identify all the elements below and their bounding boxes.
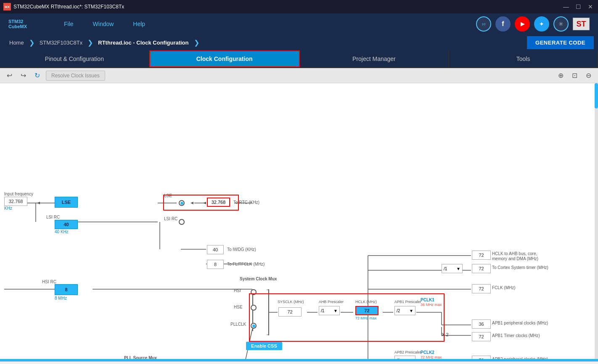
app-logo-full: STM32CubeMX — [8, 19, 27, 29]
redo-button[interactable]: ↪ — [18, 70, 29, 81]
tab-tools[interactable]: Tools — [449, 50, 598, 67]
hsi-rc-value: 8 — [55, 284, 78, 295]
cortex-timer-value: 72 — [472, 264, 491, 273]
breadcrumb-arrow-2: ❯ — [87, 39, 93, 47]
hse-mux-radio[interactable] — [251, 305, 257, 311]
to-flitfclk-value: 8 — [207, 260, 224, 269]
lse-input-value[interactable]: 32.768 — [4, 197, 27, 206]
fit-screen-button[interactable]: ⊡ — [569, 70, 580, 81]
apb1-prescaler-label: APB1 Prescaler — [394, 300, 421, 304]
apb1-timer-label: APB1 Timer clocks (MHz) — [492, 333, 540, 338]
system-clock-mux-label: System Clock Mux — [240, 277, 277, 281]
tab-bar: Pinout & Configuration Clock Configurati… — [0, 50, 598, 68]
apb1-timer-value: 72 — [472, 332, 491, 341]
fclk-value: 72 — [472, 284, 491, 293]
hclk-label: HCLK (MHz) — [355, 300, 377, 304]
window-menu[interactable]: Window — [90, 19, 117, 29]
to-flitfclk-label: To FLITFCLK (MHz) — [227, 262, 265, 266]
menu-bar: STM32CubeMX File Window Help 10 f ▶ ✦ ✳ … — [0, 13, 598, 34]
youtube-icon[interactable]: ▶ — [515, 16, 530, 32]
social-icons: 10 f ▶ ✦ ✳ ST — [476, 16, 590, 32]
breadcrumb-home[interactable]: Home — [4, 34, 29, 50]
lse-radio-label: LSE — [164, 193, 172, 198]
anniversary-badge: 10 — [476, 16, 491, 32]
hclk-ahb-label: HCLK to AHB bus, core, — [492, 251, 537, 256]
twitter-icon[interactable]: ✦ — [534, 16, 549, 32]
help-menu[interactable]: Help — [130, 19, 148, 29]
title-bar: MX STM32CubeMX RTthread.ioc*: STM32F103C… — [0, 0, 598, 13]
cortex-timer-label: To Cortex System timer (MHz) — [492, 265, 548, 270]
maximize-button[interactable]: ☐ — [574, 3, 583, 10]
bottom-bar — [0, 359, 598, 361]
diagram-lines — [0, 83, 598, 361]
lsi-40khz-label: 40 KHz — [55, 229, 69, 234]
system-clock-mux[interactable] — [252, 289, 269, 335]
window-title: STM32CubeMX RTthread.ioc*: STM32F103C8Tx — [13, 4, 124, 10]
hsi-mux-label: HSI — [234, 288, 241, 293]
svg-marker-43 — [203, 202, 206, 204]
ahb-prescaler-dropdown[interactable]: /1▼ — [319, 306, 340, 315]
st-logo: ST — [573, 18, 590, 30]
app-logo: MX — [3, 3, 11, 11]
file-menu[interactable]: File — [61, 19, 77, 29]
pllclk-mux-label: PLLCLK — [230, 322, 246, 327]
to-rtc-label: To RTC (KHz) — [233, 200, 259, 205]
zoom-out-button[interactable]: ⊖ — [583, 70, 594, 81]
lsi-radio[interactable] — [179, 219, 185, 225]
breadcrumb-current[interactable]: RTthread.ioc - Clock Configuration — [93, 34, 193, 50]
lse-output-value[interactable]: 32.768 — [207, 198, 230, 207]
breadcrumb-device[interactable]: STM32F103C8Tx — [34, 34, 88, 50]
generate-code-button[interactable]: GENERATE CODE — [527, 36, 594, 49]
lse-radio[interactable] — [179, 200, 185, 206]
cortex-div-dropdown[interactable]: /1▼ — [442, 264, 463, 273]
title-bar-controls[interactable]: — ☐ ✕ — [561, 3, 595, 10]
lsi-radio-label: LSI RC — [164, 216, 177, 221]
zoom-in-button[interactable]: ⊕ — [556, 70, 566, 81]
ahb-prescaler-label: AHB Prescaler — [319, 300, 344, 304]
lse-box[interactable]: LSE — [55, 197, 78, 208]
hclk-value[interactable]: 72 — [355, 306, 378, 315]
facebook-icon[interactable]: f — [495, 16, 511, 32]
tab-project[interactable]: Project Manager — [300, 50, 449, 67]
hclk-ahb-label2: memory and DMA (MHz) — [492, 256, 538, 261]
resolve-clock-issues-button: Resolve Clock Issues — [46, 71, 105, 81]
hsi-mux-radio[interactable] — [251, 289, 257, 295]
khz-label: KHz — [4, 206, 12, 211]
undo-button[interactable]: ↩ — [4, 70, 15, 81]
apb1-prescaler-dropdown[interactable]: /2▼ — [394, 306, 415, 315]
hse-mux-label: HSE — [234, 305, 243, 309]
toolbar: ↩ ↪ ↻ Resolve Clock Issues ⊕ ⊡ ⊖ — [0, 68, 598, 83]
svg-marker-41 — [37, 202, 40, 204]
logo-text: STM32CubeMX — [8, 19, 27, 29]
to-iwdg-value: 40 — [207, 245, 224, 254]
input-freq-label-1: Input frequency — [4, 192, 33, 196]
to-iwdg-label: To IWDG (KHz) — [227, 247, 256, 252]
svg-marker-42 — [191, 202, 193, 204]
hsi-rc-label: HSI RC — [42, 280, 56, 284]
scrollbar[interactable] — [595, 83, 598, 361]
lsi-value: 40 — [55, 220, 78, 229]
pclk1-36max: 36 MHz max — [421, 303, 442, 307]
tab-clock[interactable]: Clock Configuration — [149, 50, 300, 67]
hsi-rc-8mhz: 8 MHz — [55, 296, 67, 301]
enable-css-button[interactable]: Enable CSS — [246, 342, 282, 350]
lsi-rc-label: LSI RC — [46, 215, 60, 219]
tab-pinout[interactable]: Pinout & Configuration — [0, 50, 149, 67]
apb2-prescaler-label: APB2 Prescaler — [394, 350, 421, 354]
sysclk-label: SYSCLK (MHz) — [278, 300, 304, 304]
breadcrumb-arrow-3: ❯ — [194, 39, 199, 47]
breadcrumb-bar: Home ❯ STM32F103C8Tx ❯ RTthread.ioc - Cl… — [0, 34, 598, 50]
network-icon[interactable]: ✳ — [553, 16, 569, 32]
apb1-periph-label: APB1 peripheral clocks (MHz) — [492, 321, 548, 325]
fclk-label: FCLK (MHz) — [492, 285, 516, 290]
refresh-button[interactable]: ↻ — [32, 70, 42, 81]
scrollbar-thumb[interactable] — [595, 83, 598, 108]
minimize-button[interactable]: — — [561, 3, 571, 10]
breadcrumb-arrow-1: ❯ — [29, 39, 34, 47]
close-button[interactable]: ✕ — [586, 3, 595, 10]
pclk1-label: PCLK1 — [421, 298, 434, 302]
title-bar-left: MX STM32CubeMX RTthread.ioc*: STM32F103C… — [3, 3, 124, 11]
sysclk-value[interactable]: 72 — [278, 307, 302, 317]
pllclk-mux-radio[interactable] — [251, 323, 257, 329]
hclk-72max: 72 MHz max — [355, 316, 377, 320]
